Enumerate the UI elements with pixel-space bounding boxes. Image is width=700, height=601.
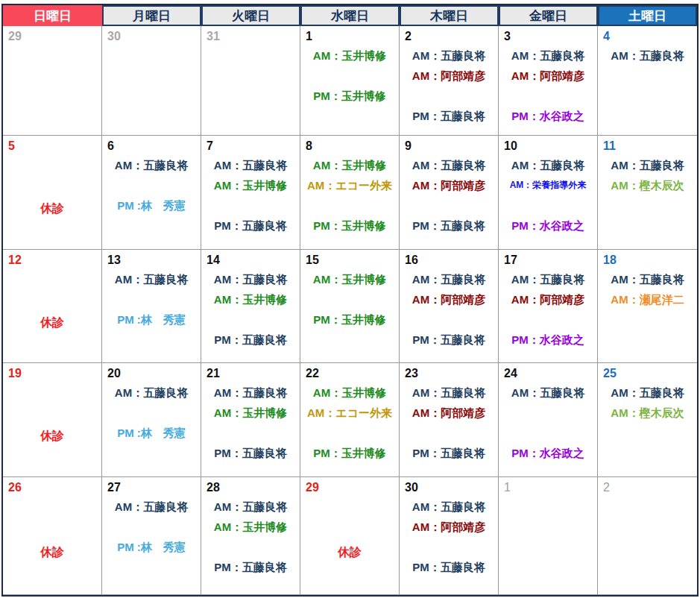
weekday-header-thursday: 木曜日 <box>400 5 499 26</box>
day-cell: 21AM：五藤良将AM：玉井博修PM：五藤良将 <box>201 363 300 477</box>
day-number: 29 <box>303 479 397 497</box>
day-number: 20 <box>104 365 198 383</box>
schedule-entry: PM :林 秀憲 <box>104 309 198 330</box>
schedule-entry: PM：五藤良将 <box>204 443 297 463</box>
entry-spacer <box>303 66 397 86</box>
day-number: 26 <box>5 479 99 497</box>
day-number: 3 <box>501 28 595 45</box>
schedule-entry: AM：阿部靖彦 <box>402 403 496 423</box>
day-cell: 9AM：五藤良将AM：阿部靖彦PM：五藤良将 <box>400 136 499 250</box>
schedule-entry: PM：五藤良将 <box>402 106 496 126</box>
day-number: 29 <box>5 28 99 45</box>
day-number: 27 <box>104 479 198 497</box>
schedule-entry: AM：阿部靖彦 <box>501 289 595 309</box>
entry-spacer <box>501 423 595 443</box>
closed-label: 休診 <box>3 201 101 217</box>
day-number: 19 <box>5 365 99 383</box>
day-cell: 22AM：玉井博修AM：エコー外来PM：玉井博修 <box>300 363 400 477</box>
schedule-entry: AM：エコー外来 <box>303 403 397 423</box>
schedule-entry: AM：玉井博修 <box>303 45 397 66</box>
day-cell: 27AM：五藤良将PM :林 秀憲 <box>102 477 201 595</box>
day-number: 5 <box>5 137 99 155</box>
day-number: 7 <box>204 137 297 155</box>
day-number: 21 <box>204 365 297 383</box>
schedule-entry: AM：玉井博修 <box>204 517 297 537</box>
schedule-entry: AM：阿部靖彦 <box>402 66 496 86</box>
day-cell: 25AM：五藤良将AM：樫木辰次 <box>598 363 697 477</box>
day-number: 12 <box>5 251 99 269</box>
entry-spacer <box>204 309 297 330</box>
schedule-entry: AM：玉井博修 <box>204 289 297 309</box>
schedule-entry: AM：阿部靖彦 <box>402 175 496 195</box>
schedule-entry: AM：玉井博修 <box>303 269 397 289</box>
day-cell: 29 <box>3 26 102 136</box>
day-cell: 23AM：五藤良将AM：阿部靖彦PM：五藤良将 <box>400 363 499 477</box>
schedule-entry: AM：樫木辰次 <box>600 175 695 195</box>
schedule-entry: AM：五藤良将 <box>402 155 496 175</box>
schedule-entry: PM :林 秀憲 <box>104 537 198 557</box>
day-number: 25 <box>600 365 695 383</box>
entry-spacer <box>204 195 297 215</box>
schedule-entry: AM：五藤良将 <box>501 383 595 403</box>
schedule-entry: AM：五藤良将 <box>402 497 496 517</box>
entry-spacer <box>501 309 595 330</box>
entry-spacer <box>303 195 397 215</box>
day-number: 22 <box>303 365 397 383</box>
day-number: 11 <box>600 137 695 155</box>
schedule-entry: AM：五藤良将 <box>501 45 595 66</box>
schedule-entry: AM：樫木辰次 <box>600 403 695 423</box>
schedule-entry: PM：玉井博修 <box>303 309 397 330</box>
day-number: 18 <box>600 251 695 269</box>
schedule-entry: AM：五藤良将 <box>104 497 198 517</box>
schedule-entry: PM：玉井博修 <box>303 443 397 463</box>
entry-spacer <box>402 423 496 443</box>
schedule-entry: AM：五藤良将 <box>204 497 297 517</box>
day-number: 2 <box>402 28 496 45</box>
entry-spacer <box>501 403 595 423</box>
day-number: 1 <box>501 479 595 497</box>
entry-spacer <box>104 289 198 309</box>
schedule-entry: PM：五藤良将 <box>402 557 496 577</box>
schedule-entry: AM：五藤良将 <box>402 269 496 289</box>
schedule-entry: PM：水谷政之 <box>501 330 595 350</box>
day-cell: 12休診 <box>3 250 102 363</box>
schedule-entry: PM：五藤良将 <box>204 557 297 577</box>
weekday-header-friday: 金曜日 <box>499 5 598 26</box>
schedule-entry: AM：五藤良将 <box>600 269 695 289</box>
schedule-entry: AM：阿部靖彦 <box>402 289 496 309</box>
day-number: 28 <box>204 479 297 497</box>
closed-label: 休診 <box>3 429 101 444</box>
day-cell: 15AM：玉井博修PM：玉井博修 <box>300 250 400 363</box>
entry-spacer <box>104 403 198 423</box>
day-number: 14 <box>204 251 297 269</box>
schedule-entry: PM：五藤良将 <box>204 215 297 236</box>
schedule-entry: AM：五藤良将 <box>402 383 496 403</box>
schedule-entry: PM：水谷政之 <box>501 443 595 463</box>
schedule-entry: AM：阿部靖彦 <box>402 517 496 537</box>
day-number: 17 <box>501 251 595 269</box>
day-number: 10 <box>501 137 595 155</box>
schedule-entry: AM：五藤良将 <box>600 45 695 66</box>
entry-spacer <box>104 175 198 195</box>
schedule-entry: PM：水谷政之 <box>501 215 595 236</box>
day-cell: 1AM：玉井博修PM：玉井博修 <box>300 26 400 136</box>
day-cell: 8AM：玉井博修AM：エコー外来PM：玉井博修 <box>300 136 400 250</box>
schedule-entry: PM：水谷政之 <box>501 106 595 126</box>
schedule-entry: PM：五藤良将 <box>402 215 496 236</box>
schedule-entry: AM：玉井博修 <box>204 175 297 195</box>
day-cell: 30 <box>102 26 201 136</box>
day-cell: 20AM：五藤良将PM :林 秀憲 <box>102 363 201 477</box>
day-number: 6 <box>104 137 198 155</box>
day-cell: 29休診 <box>300 477 400 595</box>
day-number: 24 <box>501 365 595 383</box>
schedule-entry: AM：瀬尾洋二 <box>600 289 695 309</box>
entry-spacer <box>303 423 397 443</box>
day-cell: 16AM：五藤良将AM：阿部靖彦PM：五藤良将 <box>400 250 499 363</box>
schedule-entry: AM：五藤良将 <box>204 383 297 403</box>
closed-label: 休診 <box>3 545 101 561</box>
day-cell: 2AM：五藤良将AM：阿部靖彦PM：五藤良将 <box>400 26 499 136</box>
day-cell: 18AM：五藤良将AM：瀬尾洋二 <box>598 250 697 363</box>
day-cell: 10AM：五藤良将AM：栄養指導外来PM：水谷政之 <box>499 136 598 250</box>
day-number: 15 <box>303 251 397 269</box>
day-number: 31 <box>204 28 297 45</box>
